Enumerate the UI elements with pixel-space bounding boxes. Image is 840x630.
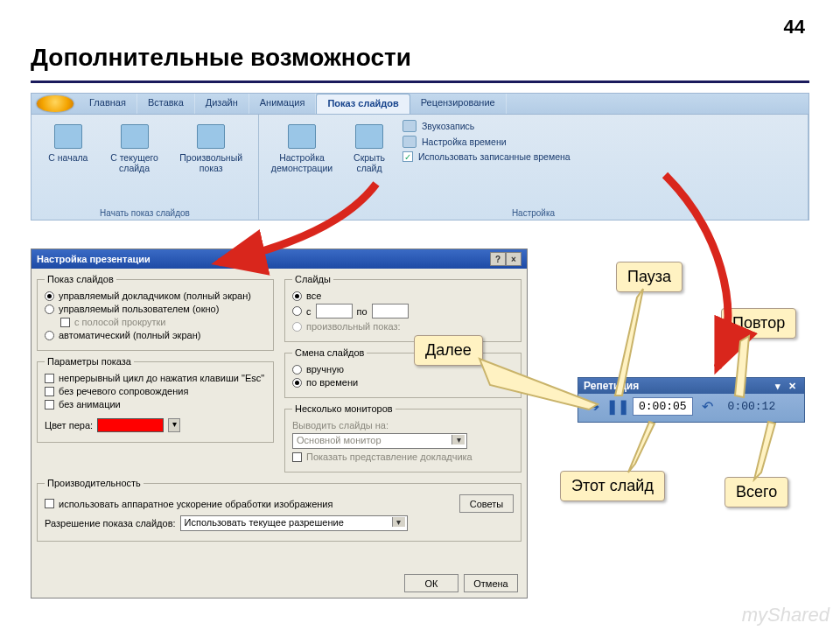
rehearsal-titlebar[interactable]: Репетиция ▾ ✕ xyxy=(578,378,804,394)
radio-presenter[interactable]: управляемый докладчиком (полный экран) xyxy=(45,290,266,301)
play-icon xyxy=(54,124,82,149)
hide-slide-button[interactable]: Скрыть слайд xyxy=(343,118,396,178)
ribbon-tabstrip: Главная Вставка Дизайн Анимация Показ сл… xyxy=(32,94,808,115)
rehearsal-title-text: Репетиция xyxy=(584,380,639,392)
radio-using-timings[interactable]: по времени xyxy=(292,377,514,388)
monitor-dropdown: Основной монитор xyxy=(292,433,467,449)
repeat-button[interactable]: ↶ xyxy=(698,396,718,416)
label: управляемый докладчиком (полный экран) xyxy=(59,290,251,301)
label: вручную xyxy=(306,364,344,374)
check-loop-esc[interactable]: непрерывный цикл до нажатия клавиши "Esc… xyxy=(45,373,266,383)
radio-custom-show: произвольный показ: xyxy=(292,321,514,332)
fs-performance: Производительность использовать аппаратн… xyxy=(37,478,522,542)
label: по xyxy=(357,306,368,317)
rehearse-timings-button[interactable]: Настройка времени xyxy=(402,136,570,148)
legend: Показ слайдов xyxy=(45,274,116,284)
ribbon-group-setup: Настройка демонстрации Скрыть слайд Звук… xyxy=(259,115,808,220)
use-rehearsed-timings-checkbox[interactable]: ✓ Использовать записанные времена xyxy=(402,151,570,162)
label: с полосой прокрутки xyxy=(74,317,165,327)
window-buttons[interactable]: ▾ ✕ xyxy=(775,381,799,392)
label: с xyxy=(306,306,312,317)
radio-from-to[interactable]: с по xyxy=(292,304,514,318)
dialog-title-text: Настройка презентации xyxy=(37,254,150,264)
close-button[interactable]: × xyxy=(506,252,522,266)
office-button[interactable] xyxy=(37,95,74,112)
setup-icon xyxy=(288,124,316,149)
label: непрерывный цикл до нажатия клавиши "Esc… xyxy=(59,373,264,383)
next-button[interactable]: ➔ xyxy=(584,396,603,416)
ribbon-group-start: С начала С текущего слайда Произвольный … xyxy=(32,115,259,220)
label: Произвольный показ xyxy=(172,152,250,173)
callout-pause: Пауза xyxy=(616,262,682,292)
legend: Параметры показа xyxy=(45,356,134,367)
fs-show-type: Показ слайдов управляемый докладчиком (п… xyxy=(37,274,274,351)
legend: Слайды xyxy=(292,274,333,284)
watermark: myShared xyxy=(742,604,830,626)
label: Настройка времени xyxy=(422,136,507,147)
fs-advance: Смена слайдов вручную по времени xyxy=(284,347,522,398)
callout-this-slide: Этот слайд xyxy=(560,471,665,501)
label: Использовать записанные времена xyxy=(418,151,570,162)
label: по времени xyxy=(306,377,358,388)
check-no-narration[interactable]: без речевого сопровождения xyxy=(45,386,266,396)
custom-show-button[interactable]: Произвольный показ xyxy=(169,118,253,178)
rehearsal-toolbar: Репетиция ▾ ✕ ➔ ❚❚ 0:00:05 ↶ 0:00:12 xyxy=(578,377,805,423)
pause-button[interactable]: ❚❚ xyxy=(608,396,627,416)
total-time: 0:00:12 xyxy=(723,398,781,415)
pen-color-label: Цвет пера: xyxy=(45,420,93,430)
radio-user-window[interactable]: управляемый пользователем (окно) xyxy=(45,304,266,314)
label: Показать представление докладчика xyxy=(306,452,472,462)
cancel-button[interactable]: Отмена xyxy=(464,574,518,592)
check-no-animation[interactable]: без анимации xyxy=(45,399,266,410)
title-underline xyxy=(31,80,809,83)
from-beginning-button[interactable]: С начала xyxy=(37,118,100,178)
radio-all-slides[interactable]: все xyxy=(292,290,514,301)
tab-home[interactable]: Главная xyxy=(79,94,137,114)
pen-color-swatch[interactable] xyxy=(97,418,164,432)
legend: Производительность xyxy=(45,478,144,488)
from-current-button[interactable]: С текущего слайда xyxy=(103,118,166,178)
hide-icon xyxy=(355,124,383,149)
label: Выводить слайды на: xyxy=(292,420,388,430)
callout-repeat: Повтор xyxy=(721,308,796,339)
page-title: Дополнительные возможности xyxy=(31,44,411,72)
custom-show-icon xyxy=(197,124,225,149)
label: С начала xyxy=(39,152,97,163)
dropdown-icon[interactable]: ▾ xyxy=(168,418,180,432)
setup-show-button[interactable]: Настройка демонстрации xyxy=(264,118,340,178)
callout-next: Далее xyxy=(414,335,483,366)
spin-to[interactable] xyxy=(372,304,409,318)
dialog-titlebar: Настройка презентации ? × xyxy=(32,249,527,269)
tips-button[interactable]: Советы xyxy=(459,494,514,513)
record-narration-button[interactable]: Звукозапись xyxy=(402,120,570,132)
resolution-dropdown[interactable]: Использовать текущее разрешение xyxy=(180,515,408,531)
check-hw-accel[interactable] xyxy=(45,499,54,508)
group-title: Настройка xyxy=(264,206,802,218)
slide-number: 44 xyxy=(784,16,805,38)
slide-time: 0:00:05 xyxy=(633,397,693,416)
clock-icon xyxy=(402,136,416,148)
spin-from[interactable] xyxy=(316,304,353,318)
fs-monitors: Несколько мониторов Выводить слайды на: … xyxy=(284,403,522,472)
tab-review[interactable]: Рецензирование xyxy=(410,94,507,114)
tab-animation[interactable]: Анимация xyxy=(249,94,317,114)
tab-design[interactable]: Дизайн xyxy=(195,94,249,114)
tab-insert[interactable]: Вставка xyxy=(137,94,195,114)
label: без анимации xyxy=(59,399,121,410)
label: Разрешение показа слайдов: xyxy=(45,518,176,528)
svg-marker-3 xyxy=(628,422,654,472)
help-button[interactable]: ? xyxy=(490,252,506,266)
fs-show-options: Параметры показа непрерывный цикл до наж… xyxy=(37,356,274,443)
label: С текущего слайда xyxy=(106,152,164,173)
radio-kiosk[interactable]: автоматический (полный экран) xyxy=(45,330,266,340)
tab-slideshow[interactable]: Показ слайдов xyxy=(316,94,410,114)
label: управляемый пользователем (окно) xyxy=(59,304,219,314)
label: Скрыть слайд xyxy=(346,152,393,173)
setup-show-dialog: Настройка презентации ? × Показ слайдов … xyxy=(31,248,528,598)
ok-button[interactable]: ОК xyxy=(404,574,458,592)
check-scrollbar: с полосой прокрутки xyxy=(60,317,266,327)
mic-icon xyxy=(402,120,416,132)
label: произвольный показ: xyxy=(306,321,401,332)
ribbon: Главная Вставка Дизайн Анимация Показ сл… xyxy=(31,93,809,220)
group-title: Начать показ слайдов xyxy=(37,206,253,218)
